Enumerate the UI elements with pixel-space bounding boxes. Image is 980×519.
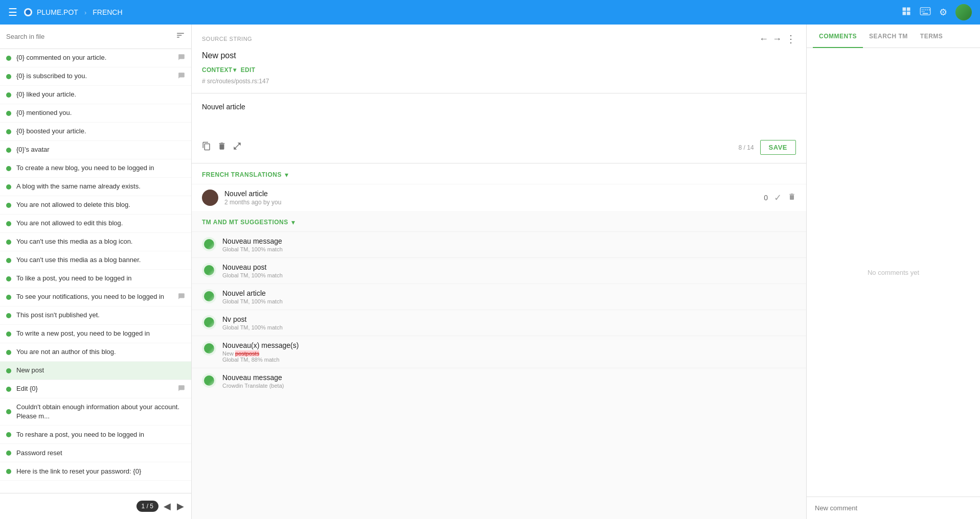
tm-suggestion-meta: Global TM, 100% match	[222, 298, 796, 304]
list-item[interactable]: Edit {0}	[0, 380, 191, 398]
toolbar-right: 8 / 14 SAVE	[739, 140, 796, 155]
translation-toolbar: 8 / 14 SAVE	[202, 140, 796, 155]
user-avatar[interactable]	[955, 4, 972, 20]
string-text: You can't use this media as a blog icon.	[16, 237, 185, 246]
svg-rect-10	[923, 13, 928, 14]
string-text: {0} boosted your article.	[16, 127, 185, 136]
list-item[interactable]: You can't use this media as a blog icon.	[0, 233, 191, 251]
new-comment-input[interactable]	[815, 504, 972, 512]
translation-editor: Nouvel article 8 / 14	[192, 93, 806, 163]
list-item[interactable]: To write a new post, you need to be logg…	[0, 325, 191, 343]
main-layout: {0} commented on your article. {0} is su…	[0, 25, 980, 519]
filter-icon[interactable]	[176, 31, 185, 42]
more-options-button[interactable]: ⋮	[786, 33, 796, 45]
status-dot	[6, 129, 11, 134]
delete-translation-icon[interactable]	[788, 193, 796, 203]
tm-suggestions-chevron-icon: ▾	[291, 218, 295, 226]
status-dot	[6, 56, 11, 61]
list-item[interactable]: To reshare a post, you need to be logged…	[0, 426, 191, 444]
tm-suggestion-item[interactable]: Nouveau(x) message(s) New postposts Glob…	[192, 336, 806, 368]
status-dot	[6, 432, 11, 437]
list-item[interactable]: Couldn't obtain enough information about…	[0, 398, 191, 426]
status-dot	[6, 368, 11, 373]
list-item[interactable]: Password reset	[0, 444, 191, 462]
save-button[interactable]: SAVE	[760, 140, 796, 155]
list-item[interactable]: Here is the link to reset your password:…	[0, 462, 191, 481]
tm-suggestion-item[interactable]: Nouveau post Global TM, 100% match	[192, 257, 806, 284]
list-item[interactable]: {0} liked your article.	[0, 86, 191, 104]
status-dot	[6, 74, 11, 79]
tm-suggestion-item[interactable]: Nv post Global TM, 100% match	[192, 310, 806, 336]
string-text: {0} commented on your article.	[16, 53, 175, 62]
status-dot	[6, 166, 11, 171]
no-comments-text: No comments yet	[868, 269, 919, 276]
list-item[interactable]: {0}'s avatar	[0, 141, 191, 159]
translation-text: Nouvel article	[224, 190, 758, 198]
edit-button[interactable]: EDIT	[241, 66, 256, 74]
right-panel: COMMENTS SEARCH TM TERMS No comments yet	[806, 25, 980, 519]
tm-suggestion-item[interactable]: Nouvel article Global TM, 100% match	[192, 284, 806, 310]
french-translations-section: FRENCH TRANSLATIONS ▾ Nouvel article 2 m…	[192, 163, 806, 211]
comments-content: No comments yet	[807, 48, 980, 497]
vote-count: 0	[764, 194, 768, 202]
list-item[interactable]: To like a post, you need to be logged in	[0, 270, 191, 288]
next-page-button[interactable]: ▶	[176, 500, 185, 513]
string-text: To write a new post, you need to be logg…	[16, 329, 185, 338]
project-name: FRENCH	[93, 8, 122, 16]
context-button[interactable]: CONTEXT ▾	[202, 66, 237, 74]
crowdin-logo	[202, 315, 216, 329]
list-item[interactable]: You are not allowed to edit this blog.	[0, 215, 191, 233]
list-item[interactable]: This post isn't published yet.	[0, 306, 191, 325]
prev-string-button[interactable]: ←	[759, 34, 768, 44]
list-item[interactable]: To create a new blog, you need to be log…	[0, 159, 191, 178]
prev-page-button[interactable]: ◀	[163, 500, 172, 513]
approve-icon[interactable]: ✓	[774, 192, 782, 203]
french-translations-header[interactable]: FRENCH TRANSLATIONS ▾	[192, 163, 806, 184]
nav-actions: ⚙	[901, 4, 972, 20]
clear-icon[interactable]	[217, 141, 226, 153]
translation-input[interactable]: Nouvel article	[202, 102, 796, 132]
list-item[interactable]: You are not allowed to delete this blog.	[0, 196, 191, 215]
menu-icon[interactable]: ☰	[8, 6, 17, 18]
translator-avatar	[202, 190, 218, 206]
list-item[interactable]: To see your notifications, you need to b…	[0, 288, 191, 306]
tm-suggestion-item[interactable]: Nouveau message Crowdin Translate (beta)	[192, 368, 806, 394]
status-dot	[6, 469, 11, 474]
list-item[interactable]: A blog with the same name already exists…	[0, 178, 191, 196]
search-bar	[0, 25, 191, 49]
tm-content: Nouveau message Global TM, 100% match	[222, 237, 796, 252]
expand-icon[interactable]	[233, 141, 242, 153]
search-input[interactable]	[6, 33, 172, 40]
next-string-button[interactable]: →	[772, 34, 782, 44]
tm-suggestion-meta: Global TM, 100% match	[222, 246, 796, 252]
copy-source-icon[interactable]	[202, 141, 211, 153]
settings-icon[interactable]: ⚙	[939, 7, 947, 18]
layout-icon[interactable]	[901, 6, 911, 19]
list-item[interactable]: New post	[0, 362, 191, 380]
crowdin-logo-inner	[204, 239, 214, 249]
list-item[interactable]: {0} is subscribed to you.	[0, 67, 191, 86]
string-text: This post isn't published yet.	[16, 311, 185, 320]
tab-terms[interactable]: TERMS	[914, 25, 949, 48]
tm-suggestion-text: Nouveau message	[222, 237, 796, 245]
tm-content: Nouveau(x) message(s) New postposts Glob…	[222, 341, 796, 363]
app-name: PLUME.POT	[37, 8, 78, 16]
tab-comments[interactable]: COMMENTS	[813, 25, 863, 48]
list-item[interactable]: You are not an author of this blog.	[0, 343, 191, 362]
list-item[interactable]: {0} mentioned you.	[0, 104, 191, 123]
tm-suggestions-label: TM AND MT SUGGESTIONS	[202, 219, 288, 226]
tm-content: Nv post Global TM, 100% match	[222, 315, 796, 331]
list-item[interactable]: You can't use this media as a blog banne…	[0, 251, 191, 270]
comment-icon	[178, 54, 185, 62]
keyboard-icon[interactable]	[920, 7, 931, 18]
app-logo[interactable]: PLUME.POT	[24, 8, 78, 17]
tm-suggestion-item[interactable]: Nouveau message Global TM, 100% match	[192, 231, 806, 257]
list-item[interactable]: {0} boosted your article.	[0, 123, 191, 141]
status-dot	[6, 221, 11, 226]
tm-items-container: Nouveau message Global TM, 100% match No…	[192, 231, 806, 394]
comment-icon	[178, 385, 185, 393]
tab-search-tm[interactable]: SEARCH TM	[863, 25, 914, 48]
status-dot	[6, 184, 11, 190]
tm-suggestions-header[interactable]: TM AND MT SUGGESTIONS ▾	[192, 211, 806, 231]
list-item[interactable]: {0} commented on your article.	[0, 49, 191, 67]
